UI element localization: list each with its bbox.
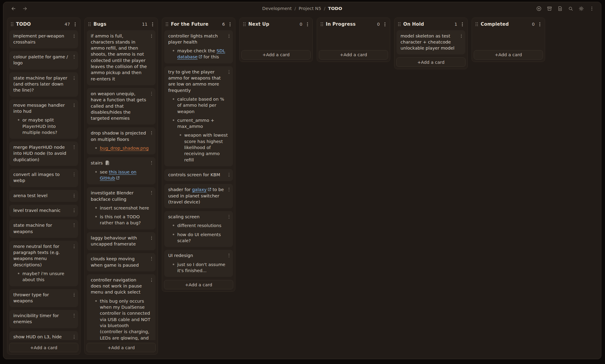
card-menu-button[interactable] (227, 253, 231, 258)
card[interactable]: thrower type for weapons (9, 289, 78, 307)
card-menu-button[interactable] (72, 145, 76, 150)
card-menu-button[interactable] (72, 223, 76, 228)
add-card-button[interactable]: +Add a card (87, 343, 156, 352)
card[interactable]: controller lights match player healthmay… (164, 30, 233, 63)
forward-icon[interactable] (21, 5, 29, 12)
card[interactable]: state machine for player (and others lat… (9, 72, 78, 97)
add-card-button[interactable]: +Add a card (241, 50, 311, 60)
card-menu-button[interactable] (72, 313, 76, 318)
card[interactable]: arena test level (9, 190, 78, 202)
card[interactable]: UI redesignjust so I don't assume it's f… (164, 250, 233, 277)
card-link[interactable]: galaxy (192, 187, 207, 192)
card[interactable]: drop shadow is projected on multiple flo… (87, 127, 155, 154)
card[interactable]: scaling screendifferent resolutionshow d… (164, 211, 233, 247)
settings-icon[interactable] (577, 5, 585, 12)
card[interactable]: convert all images to webp (9, 169, 78, 187)
card[interactable]: level travel mechanic (9, 205, 78, 217)
add-card-button[interactable]: +Add a card (474, 50, 543, 60)
card-menu-button[interactable] (227, 69, 231, 75)
drag-handle-icon[interactable] (88, 22, 91, 26)
search-icon[interactable] (567, 5, 574, 12)
card[interactable]: if ammo is full, characters stands in am… (87, 30, 155, 85)
column-cards: if ammo is full, characters stands in am… (87, 30, 156, 340)
card[interactable]: show HUD on L3, hide after timeoutalso s… (9, 331, 78, 340)
drag-handle-icon[interactable] (243, 22, 246, 26)
add-card-button[interactable]: +Add a card (319, 50, 388, 60)
card-menu-button[interactable] (150, 91, 153, 96)
card-menu-button[interactable] (72, 193, 76, 198)
card-menu-button[interactable] (72, 292, 76, 297)
column-menu-button[interactable] (228, 21, 232, 27)
add-card-button[interactable]: +Add a card (396, 57, 466, 67)
card-menu-button[interactable] (150, 160, 153, 166)
card[interactable]: controls screen for KBM (164, 169, 233, 181)
card-bullet: weapon with lowest score has highest lik… (168, 132, 230, 163)
breadcrumb-item-project-n5[interactable]: Project N5 (299, 6, 321, 11)
card[interactable]: try to give the player ammo for weapons … (164, 66, 233, 166)
drag-handle-icon[interactable] (476, 22, 478, 26)
card-menu-button[interactable] (72, 334, 76, 340)
card[interactable]: move message handler into hudor maybe sp… (9, 99, 78, 139)
drag-handle-icon[interactable] (11, 22, 13, 26)
card-menu-button[interactable] (227, 33, 231, 39)
column-menu-button[interactable] (460, 21, 464, 27)
bullet-dot-icon (173, 264, 174, 265)
drag-handle-icon[interactable] (321, 22, 323, 26)
archive-icon[interactable] (545, 5, 553, 12)
breadcrumb-item-development[interactable]: Development (262, 6, 292, 11)
card-menu-button[interactable] (72, 208, 76, 213)
card-title: stairs (91, 160, 152, 166)
card[interactable]: stairs see this issue on GitHub (87, 157, 155, 184)
add-card-button[interactable]: +Add a card (9, 343, 78, 352)
card[interactable]: shader for galaxy to be used in planet s… (164, 184, 233, 208)
card[interactable]: implement per-weapon crosshairs (9, 30, 78, 49)
card-text-segment: this bug only occurs when my DualSense c… (100, 299, 150, 340)
column-menu-button[interactable] (383, 21, 387, 27)
card[interactable]: state machine for weapons (9, 219, 78, 238)
card[interactable]: controller navigation does not work in p… (87, 274, 155, 340)
document-icon[interactable] (556, 5, 564, 12)
drag-handle-icon[interactable] (398, 22, 401, 26)
column-menu-button[interactable] (538, 21, 542, 27)
card[interactable]: laggy behaviour with uncapped framerate (87, 232, 155, 251)
card-menu-button[interactable] (150, 130, 153, 136)
breadcrumb-item-todo[interactable]: TODO (328, 6, 342, 11)
drag-handle-icon[interactable] (166, 22, 168, 26)
card[interactable]: colour palette for game / logo (9, 51, 78, 70)
card-menu-button[interactable] (150, 256, 153, 262)
card-menu-button[interactable] (72, 102, 76, 108)
card-link[interactable]: bug_drop_shadow.png (100, 146, 149, 151)
column-cards: implement per-weapon crosshairscolour pa… (9, 30, 78, 340)
card-menu-button[interactable] (150, 190, 153, 196)
card-menu-button[interactable] (72, 75, 76, 81)
card-menu-button[interactable] (72, 244, 76, 249)
column-menu-button[interactable] (306, 21, 309, 27)
card[interactable]: more neutral font for paragraph texts (e… (9, 241, 78, 286)
card-title: scaling screen (168, 214, 230, 220)
add-card-button[interactable]: +Add a card (164, 280, 233, 289)
add-board-icon[interactable] (535, 5, 543, 12)
card[interactable]: investigate Blender backface cullinginse… (87, 187, 155, 229)
card-menu-button[interactable] (150, 33, 153, 39)
column-menu-button[interactable] (73, 21, 77, 27)
back-icon[interactable] (9, 5, 17, 12)
card[interactable]: merge PlayerHUD node into HUD node (to a… (9, 141, 78, 166)
card-text-segment: show HUD on L3, hide after timeout (13, 334, 62, 340)
card-menu-button[interactable] (72, 172, 76, 177)
card[interactable]: invincibility timer for enemies (9, 310, 78, 328)
card[interactable]: clouds keep moving when game is paused (87, 253, 155, 271)
card-menu-button[interactable] (459, 33, 463, 39)
card-menu-button[interactable] (72, 54, 76, 60)
card-menu-button[interactable] (227, 172, 231, 177)
column-menu-button[interactable] (151, 21, 155, 27)
external-link-icon (208, 187, 211, 190)
card-menu-button[interactable] (227, 214, 231, 219)
card-bullet: or maybe split PlayerHUD into multiple n… (13, 117, 75, 135)
more-icon[interactable] (588, 5, 596, 12)
card-menu-button[interactable] (227, 187, 231, 192)
card-menu-button[interactable] (150, 277, 153, 283)
card[interactable]: model skeleton as test character + cheat… (397, 30, 465, 55)
card[interactable]: on weapon unequip, have a function that … (87, 88, 155, 125)
card-menu-button[interactable] (72, 33, 76, 39)
card-menu-button[interactable] (150, 235, 153, 241)
